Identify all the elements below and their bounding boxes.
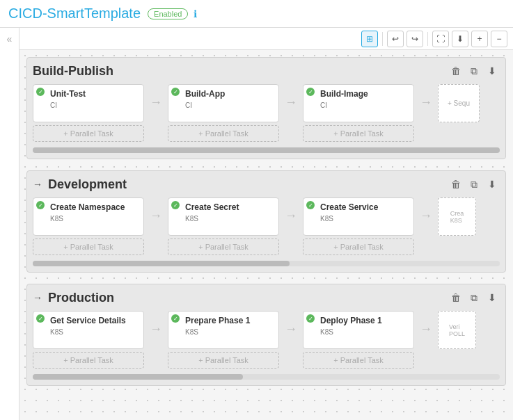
phase-header-development: → Development 🗑 ⧉ ⬇ [33, 177, 500, 192]
task-type-prepare-phase: K8S [174, 328, 273, 336]
export-development-button[interactable]: ⬇ [484, 177, 500, 192]
tasks-row-development: ✓ Create Namespace K8S + Parallel Task →… [33, 197, 500, 255]
task-column-unit-test: ✓ Unit-Test CI + Parallel Task [33, 84, 144, 142]
phase-group-development: → Development 🗑 ⧉ ⬇ ✓ Create Namespace K… [26, 170, 506, 273]
task-status-create-namespace: ✓ [36, 201, 45, 209]
task-title-unit-test: Unit-Test [39, 89, 138, 99]
task-column-crea-dev: CreaK8S [438, 197, 476, 236]
sequence-card-build: + Sequ [438, 84, 480, 122]
phase-group-build: Build-Publish 🗑 ⧉ ⬇ ✓ Unit-Test CI [26, 57, 506, 159]
task-column-build-app: ✓ Build-App CI + Parallel Task [168, 84, 279, 142]
add-parallel-build-app[interactable]: + Parallel Task [168, 125, 279, 142]
fit-button[interactable]: ⛶ [432, 31, 449, 47]
zoom-in-button[interactable]: + [471, 31, 488, 47]
connector-3: → [420, 84, 432, 110]
task-card-deploy-phase[interactable]: ✓ Deploy Phase 1 K8S [303, 311, 414, 349]
scrollbar-production[interactable] [33, 374, 500, 380]
scrollbar-development[interactable] [33, 261, 500, 266]
add-parallel-create-secret[interactable]: + Parallel Task [168, 239, 279, 255]
task-type-build-app: CI [174, 102, 273, 109]
task-card-unit-test[interactable]: ✓ Unit-Test CI [33, 84, 144, 122]
scrollbar-build[interactable] [33, 147, 500, 153]
connector-2: → [285, 84, 297, 110]
add-parallel-get-service[interactable]: + Parallel Task [33, 352, 144, 369]
task-type-deploy-phase: K8S [309, 328, 408, 336]
phase-title-production: Production [48, 291, 448, 305]
add-parallel-build-image[interactable]: + Parallel Task [303, 125, 414, 142]
task-card-prepare-phase[interactable]: ✓ Prepare Phase 1 K8S [168, 311, 279, 349]
task-status-get-service: ✓ [36, 314, 45, 323]
sequence-card-prod: VeriPOLL [438, 311, 476, 349]
sequence-card-dev: CreaK8S [438, 197, 476, 236]
scrollbar-thumb-production [33, 374, 243, 380]
task-column-sequ: + Sequ [438, 84, 480, 122]
task-type-create-namespace: K8S [39, 215, 138, 223]
task-card-create-service[interactable]: ✓ Create Service K8S [303, 197, 414, 236]
task-status-unit-test: ✓ [36, 88, 45, 96]
task-type-build-image: CI [309, 102, 408, 109]
task-column-deploy-phase: ✓ Deploy Phase 1 K8S + Parallel Task [303, 311, 414, 369]
connector-1: → [150, 84, 162, 110]
app-header: CICD-SmartTemplate Enabled ℹ [0, 0, 513, 28]
task-column-create-secret: ✓ Create Secret K8S + Parallel Task [168, 197, 279, 255]
add-parallel-unit-test[interactable]: + Parallel Task [33, 125, 144, 142]
info-icon[interactable]: ℹ [194, 8, 197, 19]
task-type-get-service: K8S [39, 328, 138, 336]
sidebar: « [0, 28, 19, 420]
connector-dev-3: → [420, 197, 432, 223]
connector-prod-3: → [420, 311, 432, 337]
connector-prod-2: → [285, 311, 297, 337]
task-card-build-image[interactable]: ✓ Build-Image CI [303, 84, 414, 122]
export-build-button[interactable]: ⬇ [484, 63, 500, 79]
toolbar: ⊞ ↩ ↪ ⛶ ⬇ + − [19, 28, 513, 50]
task-card-create-namespace[interactable]: ✓ Create Namespace K8S [33, 197, 144, 236]
delete-development-button[interactable]: 🗑 [448, 177, 464, 192]
copy-development-button[interactable]: ⧉ [466, 177, 482, 192]
task-type-unit-test: CI [39, 102, 138, 109]
pipeline-canvas: Build-Publish 🗑 ⧉ ⬇ ✓ Unit-Test CI [19, 50, 513, 420]
task-type-create-service: K8S [309, 215, 408, 223]
connector-dev-1: → [150, 197, 162, 223]
task-status-create-secret: ✓ [171, 201, 180, 209]
tasks-row-production: ✓ Get Service Details K8S + Parallel Tas… [33, 311, 500, 369]
add-parallel-deploy-phase[interactable]: + Parallel Task [303, 352, 414, 369]
connector-prod-1: → [150, 311, 162, 337]
app-title: CICD-SmartTemplate [8, 6, 141, 22]
task-column-create-service: ✓ Create Service K8S + Parallel Task [303, 197, 414, 255]
redo-button[interactable]: ↪ [407, 31, 423, 47]
phase-header-production: → Production 🗑 ⧉ ⬇ [33, 290, 500, 305]
toolbar-separator [382, 32, 383, 46]
copy-build-button[interactable]: ⧉ [466, 63, 482, 79]
copy-production-button[interactable]: ⧉ [466, 290, 482, 305]
task-status-build-image: ✓ [306, 88, 315, 96]
download-button[interactable]: ⬇ [452, 31, 468, 47]
task-title-build-app: Build-App [174, 89, 273, 99]
task-title-create-secret: Create Secret [174, 202, 273, 212]
canvas-area: ⊞ ↩ ↪ ⛶ ⬇ + − Build-Publish 🗑 ⧉ ⬇ [19, 28, 513, 420]
undo-button[interactable]: ↩ [387, 31, 404, 47]
task-title-deploy-phase: Deploy Phase 1 [309, 316, 408, 325]
add-parallel-create-namespace[interactable]: + Parallel Task [33, 239, 144, 255]
delete-build-button[interactable]: 🗑 [448, 63, 464, 79]
task-status-prepare-phase: ✓ [171, 314, 180, 323]
export-production-button[interactable]: ⬇ [484, 290, 500, 305]
sidebar-collapse-icon[interactable]: « [7, 33, 13, 45]
add-parallel-create-service[interactable]: + Parallel Task [303, 239, 414, 255]
zoom-out-button[interactable]: − [491, 31, 507, 47]
task-status-create-service: ✓ [306, 201, 315, 209]
phase-actions-development: 🗑 ⧉ ⬇ [448, 177, 500, 192]
phase-title-build: Build-Publish [33, 64, 448, 79]
add-parallel-prepare-phase[interactable]: + Parallel Task [168, 352, 279, 369]
task-title-build-image: Build-Image [309, 89, 408, 99]
task-title-create-namespace: Create Namespace [39, 202, 138, 212]
task-card-get-service[interactable]: ✓ Get Service Details K8S [33, 311, 144, 349]
task-card-create-secret[interactable]: ✓ Create Secret K8S [168, 197, 279, 236]
task-column-create-namespace: ✓ Create Namespace K8S + Parallel Task [33, 197, 144, 255]
phase-title-development: Development [48, 177, 448, 192]
delete-production-button[interactable]: 🗑 [448, 290, 464, 305]
phase-arrow-development: → [33, 179, 42, 190]
toolbar-separator-2 [427, 32, 428, 46]
scrollbar-thumb-build [33, 147, 500, 153]
grid-button[interactable]: ⊞ [361, 31, 378, 47]
task-card-build-app[interactable]: ✓ Build-App CI [168, 84, 279, 122]
